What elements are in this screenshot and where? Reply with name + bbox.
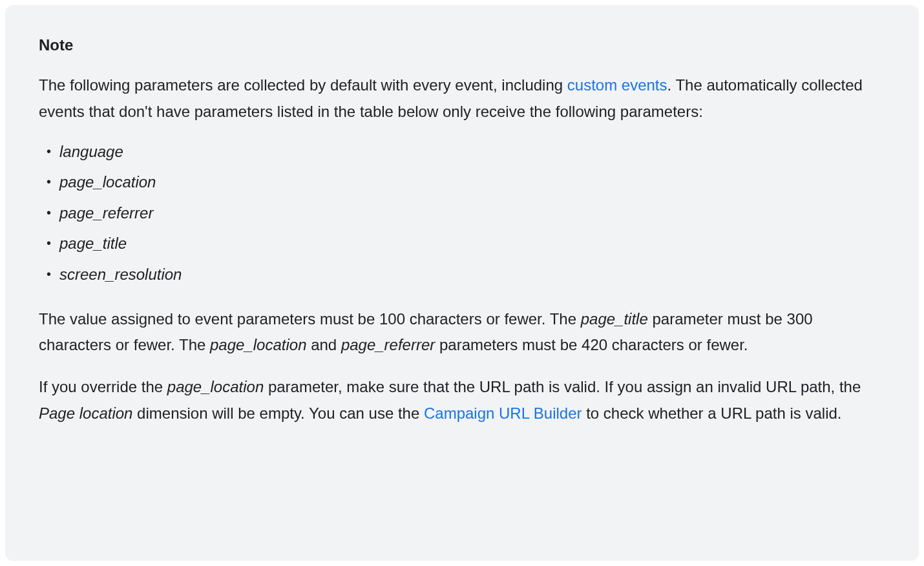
note-box: Note The following parameters are collec… xyxy=(5,5,919,561)
note-text: The following parameters are collected b… xyxy=(39,76,567,94)
list-item: language xyxy=(39,141,885,163)
note-paragraph-3: If you override the page_location parame… xyxy=(39,374,885,427)
custom-events-link[interactable]: custom events xyxy=(567,76,667,94)
list-item: page_location xyxy=(39,171,885,193)
note-text: dimension will be empty. You can use the xyxy=(132,404,424,422)
dimension-name: Page location xyxy=(39,404,132,422)
parameter-list: language page_location page_referrer pag… xyxy=(39,141,885,286)
note-paragraph-1: The following parameters are collected b… xyxy=(39,72,885,125)
list-item: page_referrer xyxy=(39,202,885,224)
param-name: page_referrer xyxy=(341,336,435,353)
list-item: page_title xyxy=(39,233,885,255)
campaign-url-builder-link[interactable]: Campaign URL Builder xyxy=(424,404,582,422)
list-item: screen_resolution xyxy=(39,264,885,286)
note-title: Note xyxy=(39,36,885,54)
note-text: to check whether a URL path is valid. xyxy=(582,404,842,422)
param-name: page_title xyxy=(581,310,648,328)
note-paragraph-2: The value assigned to event parameters m… xyxy=(39,306,885,359)
param-name: page_location xyxy=(167,378,264,395)
note-text: and xyxy=(306,336,341,353)
param-name: page_location xyxy=(210,336,306,353)
note-text: parameters must be 420 characters or few… xyxy=(435,336,748,353)
note-text: If you override the xyxy=(39,378,167,395)
note-text: parameter, make sure that the URL path i… xyxy=(264,378,861,395)
note-text: The value assigned to event parameters m… xyxy=(39,310,581,328)
